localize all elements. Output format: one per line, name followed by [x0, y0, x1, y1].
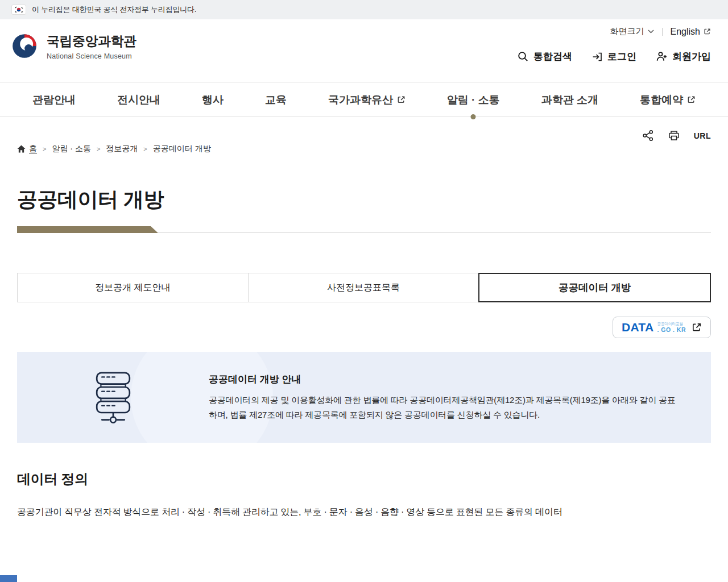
- english-link[interactable]: English: [671, 27, 711, 37]
- site-logo[interactable]: 국립중앙과학관 National Science Museum: [10, 32, 136, 60]
- nav-item-education[interactable]: 교육: [265, 83, 287, 117]
- tab-pre-disclosure-list[interactable]: 사전정보공표목록: [248, 273, 479, 302]
- login-icon: [592, 51, 603, 63]
- page-tools: URL: [642, 130, 711, 142]
- active-section-dot: [471, 114, 476, 119]
- copy-url-button[interactable]: URL: [694, 131, 711, 140]
- logo-subtitle: National Science Museum: [47, 52, 136, 60]
- gov-logo-icon: [10, 32, 39, 60]
- share-icon: [642, 130, 654, 142]
- nav-item-reservation[interactable]: 통합예약: [640, 83, 696, 117]
- english-label: English: [671, 27, 700, 37]
- header: 화면크기 English: [0, 19, 728, 82]
- screen-size-button[interactable]: 화면크기: [610, 26, 654, 37]
- gov-banner: 이 누리집은 대한민국 공식 전자정부 누리집입니다.: [0, 0, 728, 19]
- page-title: 공공데이터 개방: [17, 186, 711, 214]
- home-icon: [17, 145, 26, 153]
- title-divider: [17, 226, 711, 233]
- divider: [662, 28, 663, 36]
- nav-label: 행사: [202, 93, 224, 107]
- info-box: 공공데이터 개방 안내 공공데이터의 제공 및 이용활성화에 관한 법률에 따라…: [17, 352, 711, 443]
- external-link-icon: [397, 95, 406, 104]
- search-icon: [517, 51, 529, 63]
- info-title: 공공데이터 개방 안내: [209, 373, 677, 386]
- breadcrumb-separator: >: [43, 146, 46, 152]
- breadcrumb-item[interactable]: 공공데이터 개방: [153, 144, 211, 154]
- nav-label: 과학관 소개: [541, 93, 598, 107]
- header-actions: 통합검색 로그인 회원가입: [517, 50, 711, 63]
- info-body: 공공데이터의 제공 및 이용활성화에 관한 법률에 따라 공공데이터제공책임관(…: [209, 393, 677, 422]
- share-button[interactable]: [642, 130, 654, 142]
- tab-open-public-data[interactable]: 공공데이터 개방: [478, 273, 711, 302]
- signup-button[interactable]: 회원가입: [656, 50, 711, 63]
- nav-label: 교육: [265, 93, 287, 107]
- main-nav: 관람안내 전시안내 행사 교육 국가과학유산 알림 · 소통 과학관 소개 통합…: [0, 82, 728, 117]
- search-button[interactable]: 통합검색: [517, 50, 572, 63]
- breadcrumb-item[interactable]: 알림 · 소통: [52, 144, 90, 154]
- breadcrumb-home-label: 홈: [29, 144, 37, 154]
- logo-text: 국립중앙과학관 National Science Museum: [47, 32, 136, 60]
- breadcrumb-item[interactable]: 정보공개: [106, 144, 138, 154]
- page: 이 누리집은 대한민국 공식 전자정부 누리집입니다. 화면크기 English: [0, 0, 728, 582]
- nav-item-about[interactable]: 과학관 소개: [541, 83, 598, 117]
- url-label: URL: [694, 131, 711, 140]
- data-go-kr-button[interactable]: DATA 공공데이터포털 . GO . KR: [613, 317, 711, 338]
- data-portal-text: 공공데이터포털 . GO . KR: [657, 322, 686, 333]
- logo-title: 국립중앙과학관: [47, 32, 136, 50]
- nav-item-exhibition[interactable]: 전시안내: [117, 83, 160, 117]
- chevron-down-icon: [648, 30, 654, 34]
- korean-flag-icon: [11, 5, 26, 15]
- nav-label: 알림 · 소통: [447, 93, 500, 107]
- nav-label: 전시안내: [117, 93, 160, 107]
- nav-label: 통합예약: [640, 93, 683, 107]
- signup-label: 회원가입: [672, 50, 711, 63]
- nav-label: 관람안내: [32, 93, 76, 107]
- breadcrumb-band: URL 홈 > 알림 · 소통 > 정보공개 > 공공데이터 개방: [0, 117, 728, 154]
- tab-info-disclosure-guide[interactable]: 정보공개 제도안내: [17, 273, 249, 302]
- external-link-icon: [687, 95, 696, 104]
- external-link-icon: [704, 28, 711, 35]
- server-icon: [17, 371, 209, 424]
- info-text: 공공데이터 개방 안내 공공데이터의 제공 및 이용활성화에 관한 법률에 따라…: [209, 373, 711, 422]
- footer-edge: [0, 575, 17, 582]
- title-divider-line: [158, 232, 711, 232]
- print-icon: [668, 130, 680, 142]
- screen-size-label: 화면크기: [610, 26, 644, 37]
- utility-row: 화면크기 English: [610, 26, 711, 37]
- login-label: 로그인: [607, 50, 636, 63]
- signup-icon: [656, 51, 668, 63]
- nav-item-science-heritage[interactable]: 국가과학유산: [328, 83, 406, 117]
- data-portal-small-label: 공공데이터포털: [657, 322, 683, 326]
- nav-item-visit[interactable]: 관람안내: [32, 83, 76, 117]
- portal-button-row: DATA 공공데이터포털 . GO . KR: [17, 317, 711, 338]
- breadcrumb: 홈 > 알림 · 소통 > 정보공개 > 공공데이터 개방: [17, 144, 711, 154]
- login-button[interactable]: 로그인: [592, 50, 636, 63]
- data-portal-suffix: . GO . KR: [657, 327, 686, 333]
- definition-heading: 데이터 정의: [17, 470, 711, 488]
- external-link-icon: [692, 322, 702, 332]
- title-divider-accent: [17, 226, 158, 233]
- gov-banner-text: 이 누리집은 대한민국 공식 전자정부 누리집입니다.: [32, 5, 196, 15]
- nav-item-news[interactable]: 알림 · 소통: [447, 83, 500, 117]
- print-button[interactable]: [668, 130, 680, 142]
- tab-bar: 정보공개 제도안내 사전정보공표목록 공공데이터 개방: [17, 273, 711, 302]
- breadcrumb-separator: >: [143, 146, 147, 152]
- nav-item-events[interactable]: 행사: [202, 83, 224, 117]
- nav-label: 국가과학유산: [328, 93, 393, 107]
- data-portal-brand: DATA: [622, 321, 653, 334]
- breadcrumb-home[interactable]: 홈: [17, 144, 37, 154]
- definition-body: 공공기관이 직무상 전자적 방식으로 처리 · 작성 · 취득해 관리하고 있는…: [17, 506, 711, 518]
- breadcrumb-separator: >: [97, 146, 100, 152]
- search-label: 통합검색: [533, 50, 572, 63]
